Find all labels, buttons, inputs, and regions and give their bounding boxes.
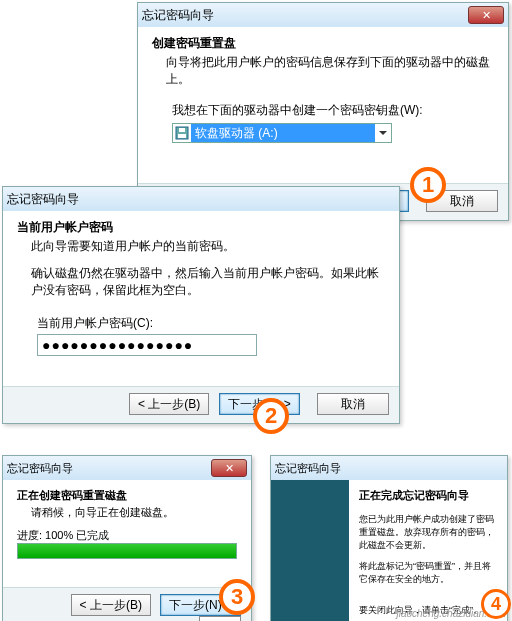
cancel-button[interactable]: 取消	[199, 616, 241, 621]
step-header: 正在创建密码重置磁盘	[17, 488, 237, 503]
drive-prompt: 我想在下面的驱动器中创建一个密码密钥盘(W):	[172, 102, 494, 119]
cancel-button[interactable]: 取消	[317, 393, 389, 415]
window-title: 忘记密码向导	[7, 461, 73, 476]
drive-selected-value: 软盘驱动器 (A:)	[191, 124, 375, 142]
chevron-down-icon	[375, 128, 391, 138]
password-mask: ●●●●●●●●●●●●●●●●	[42, 337, 193, 353]
svg-rect-2	[179, 128, 185, 132]
progress-bar	[17, 543, 237, 559]
back-button[interactable]: < 上一步(B)	[71, 594, 151, 616]
step-description: 向导将把此用户帐户的密码信息保存到下面的驱动器中的磁盘上。	[166, 54, 494, 88]
svg-rect-1	[178, 134, 186, 138]
progress-fill	[18, 544, 236, 558]
back-button[interactable]: < 上一步(B)	[129, 393, 209, 415]
finish-line1: 您已为此用户帐户成功创建了密码重置磁盘。放弃现存所有的密码，此磁盘不会更新。	[359, 513, 497, 552]
password-input[interactable]: ●●●●●●●●●●●●●●●●	[37, 334, 257, 356]
window-title: 忘记密码向导	[142, 7, 214, 24]
wizard-sidebar-graphic	[271, 480, 349, 621]
drive-select[interactable]: 软盘驱动器 (A:)	[172, 123, 392, 143]
step-note: 确认磁盘仍然在驱动器中，然后输入当前用户帐户密码。如果此帐户没有密码，保留此框为…	[31, 265, 379, 299]
floppy-icon	[173, 126, 191, 140]
window-title: 忘记密码向导	[275, 461, 341, 476]
step-header: 正在完成忘记密码向导	[359, 488, 497, 503]
marker-1: 1	[410, 167, 446, 203]
close-icon[interactable]: ✕	[468, 6, 504, 24]
step-sub: 此向导需要知道用户帐户的当前密码。	[31, 238, 385, 255]
progress-label: 进度: 100% 已完成	[17, 528, 237, 543]
step-header: 当前用户帐户密码	[17, 219, 385, 236]
marker-4: 4	[481, 589, 511, 619]
close-icon[interactable]: ✕	[211, 459, 247, 477]
step-header: 创建密码重置盘	[152, 35, 494, 52]
marker-2: 2	[253, 398, 289, 434]
window-title: 忘记密码向导	[7, 191, 79, 208]
password-label: 当前用户帐户密码(C):	[37, 315, 385, 332]
finish-line2: 将此盘标记为“密码重置”，并且将它保存在安全的地方。	[359, 560, 497, 586]
marker-3: 3	[219, 579, 255, 615]
step-sub: 请稍候，向导正在创建磁盘。	[31, 505, 237, 520]
